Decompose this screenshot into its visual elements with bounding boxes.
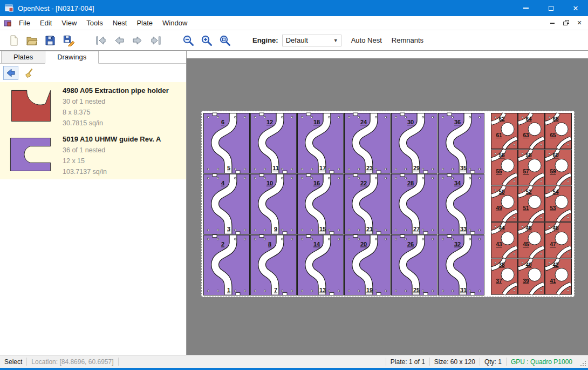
nested-part-pair[interactable]: 6463 xyxy=(518,113,545,149)
nested-part-pair[interactable]: 5857 xyxy=(518,150,545,185)
mdi-minimize-button[interactable] xyxy=(546,18,558,29)
maximize-button[interactable] xyxy=(538,0,563,16)
save-button[interactable] xyxy=(42,32,58,49)
nested-part-pair[interactable]: 2221 xyxy=(345,174,391,234)
menu-item-nest[interactable]: Nest xyxy=(108,17,132,29)
auto-nest-button[interactable]: Auto Nest xyxy=(351,36,382,44)
nested-part-pair[interactable]: 3635 xyxy=(439,113,484,173)
nested-part-pair[interactable]: 4241 xyxy=(545,259,572,294)
clear-parts-button[interactable] xyxy=(21,66,36,80)
svg-text:19: 19 xyxy=(366,287,373,293)
nested-part-pair[interactable]: 1211 xyxy=(251,113,297,173)
svg-text:59: 59 xyxy=(550,169,556,174)
drawings-list: 4980 A05 Extraction pipe holder30 of 1 n… xyxy=(0,82,186,355)
svg-text:21: 21 xyxy=(366,226,373,232)
nested-part-pair[interactable]: 2019 xyxy=(345,235,391,295)
engine-combobox[interactable]: Default ▼ xyxy=(282,35,341,46)
nested-part-pair[interactable]: 65 xyxy=(204,113,250,173)
nested-part-pair[interactable]: 4847 xyxy=(545,223,572,258)
open-folder-icon xyxy=(26,35,38,46)
menu-item-edit[interactable]: Edit xyxy=(35,17,57,29)
main-content: PlatesDrawings 4980 A05 Extraction pipe … xyxy=(0,51,588,355)
nested-part-pair[interactable]: 5655 xyxy=(491,150,518,185)
open-button[interactable] xyxy=(24,32,40,49)
svg-text:45: 45 xyxy=(523,241,529,247)
nested-part-pair[interactable]: 6059 xyxy=(545,150,572,185)
nested-part-pair[interactable]: 6665 xyxy=(545,113,572,149)
nested-part-pair[interactable]: 4039 xyxy=(518,259,545,294)
nested-part-pair[interactable]: 1817 xyxy=(298,113,344,173)
engine-selected-value: Default xyxy=(286,36,308,44)
menu-item-tools[interactable]: Tools xyxy=(81,17,107,29)
svg-text:51: 51 xyxy=(523,205,529,211)
nested-part-pair[interactable]: 2625 xyxy=(392,235,437,295)
svg-text:27: 27 xyxy=(413,226,420,232)
status-qty: Qty: 1 xyxy=(480,358,506,366)
nested-part-pair[interactable]: 109 xyxy=(251,174,297,234)
nested-part-pair[interactable]: 3029 xyxy=(392,113,437,173)
nested-part-pair[interactable]: 4645 xyxy=(518,223,545,258)
nested-part-pair[interactable]: 3231 xyxy=(439,235,484,295)
nested-part-pair[interactable]: 3837 xyxy=(491,259,518,294)
nested-part-pair[interactable]: 43 xyxy=(204,174,250,234)
nested-part-pair[interactable]: 2423 xyxy=(345,113,391,173)
menu-item-plate[interactable]: Plate xyxy=(132,17,158,29)
close-button[interactable]: ✕ xyxy=(563,0,588,16)
nested-part-pair[interactable]: 2827 xyxy=(392,174,437,234)
document-system-icon[interactable] xyxy=(3,19,12,28)
plate[interactable]: 6512111817242330293635431091615222128273… xyxy=(201,111,575,297)
nested-part-pair[interactable]: 4443 xyxy=(491,223,518,258)
tab-plates[interactable]: Plates xyxy=(1,51,45,63)
new-button[interactable] xyxy=(5,32,22,49)
zoom-in-icon xyxy=(201,35,213,46)
menu-item-view[interactable]: View xyxy=(57,17,81,29)
zoom-fit-button[interactable] xyxy=(217,32,233,49)
nested-part-pair[interactable]: 5453 xyxy=(545,186,572,221)
return-part-button[interactable] xyxy=(3,66,18,80)
svg-text:2: 2 xyxy=(221,241,224,247)
nav-previous-icon xyxy=(113,35,125,46)
svg-text:5: 5 xyxy=(227,165,230,171)
nested-part-pair[interactable]: 1413 xyxy=(298,235,344,295)
zoom-in-button[interactable] xyxy=(199,32,215,49)
nested-part-pair[interactable]: 21 xyxy=(204,235,250,295)
svg-text:37: 37 xyxy=(496,278,502,284)
status-location: Location: [84.8696, 60.6957] xyxy=(27,358,118,366)
save-as-button[interactable] xyxy=(60,32,77,49)
next-plate-button[interactable] xyxy=(129,32,146,49)
status-size: Size: 60 x 120 xyxy=(430,358,480,366)
drawing-size: 8 x 8.375 xyxy=(63,107,169,118)
mdi-restore-icon xyxy=(563,20,569,26)
first-plate-button[interactable] xyxy=(93,32,109,49)
mdi-restore-button[interactable] xyxy=(560,18,572,29)
mdi-close-button[interactable]: ✕ xyxy=(573,18,585,29)
last-plate-button[interactable] xyxy=(148,32,164,49)
drawing-info: 5019 A10 UHMW guide Rev. A36 of 1 nested… xyxy=(63,133,161,177)
menu-item-window[interactable]: Window xyxy=(158,17,192,29)
drawing-list-item[interactable]: 4980 A05 Extraction pipe holder30 of 1 n… xyxy=(0,82,186,131)
nested-part-pair[interactable]: 5049 xyxy=(491,186,518,221)
nested-part-pair[interactable]: 87 xyxy=(251,235,297,295)
remnants-button[interactable]: Remnants xyxy=(392,36,423,44)
nested-part-pair[interactable]: 3433 xyxy=(439,174,484,234)
resize-grip[interactable] xyxy=(580,360,587,367)
minimize-button[interactable] xyxy=(514,0,538,16)
drawing-area: 103.7137 sq/in xyxy=(63,166,161,177)
chevron-down-icon: ▼ xyxy=(333,38,341,43)
svg-text:28: 28 xyxy=(407,180,414,186)
drawing-list-item[interactable]: 5019 A10 UHMW guide Rev. A36 of 1 nested… xyxy=(0,131,186,179)
nested-part-pair[interactable]: 1615 xyxy=(298,174,344,234)
nested-part-pair[interactable]: 6261 xyxy=(491,113,518,149)
tab-drawings[interactable]: Drawings xyxy=(45,51,99,64)
nav-next-icon xyxy=(132,35,143,46)
nest-canvas[interactable]: 6512111817242330293635431091615222128273… xyxy=(187,58,588,355)
svg-text:1: 1 xyxy=(227,287,230,293)
svg-text:15: 15 xyxy=(319,226,326,232)
svg-text:8: 8 xyxy=(268,241,271,247)
svg-text:41: 41 xyxy=(550,278,556,284)
nested-part-pair[interactable]: 5251 xyxy=(518,186,545,221)
svg-text:22: 22 xyxy=(360,180,367,186)
previous-plate-button[interactable] xyxy=(111,32,127,49)
menu-item-file[interactable]: File xyxy=(14,17,35,29)
zoom-out-button[interactable] xyxy=(180,32,196,49)
